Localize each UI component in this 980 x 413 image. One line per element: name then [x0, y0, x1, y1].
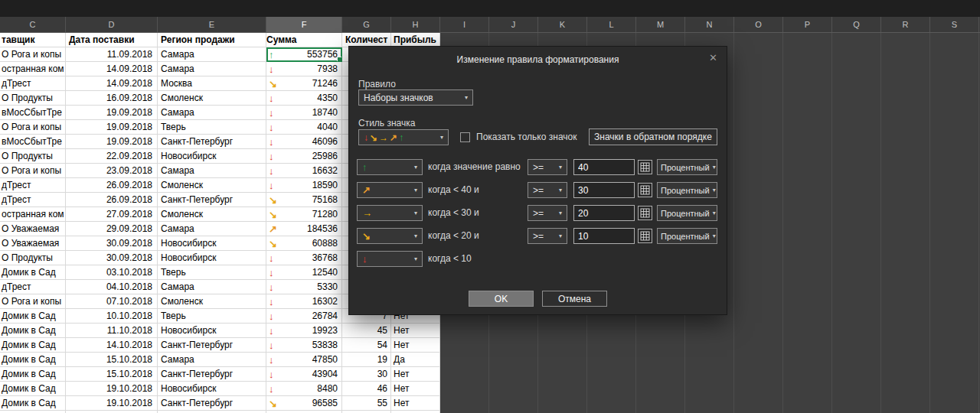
cell-sum[interactable]: ↓16632 [266, 164, 342, 178]
cell-region[interactable]: Самара [158, 164, 266, 178]
cell-date[interactable]: 19.09.2018 [66, 106, 158, 120]
cell-profit[interactable]: Нет [391, 367, 440, 382]
cell-supplier[interactable]: Домик в Сад [0, 367, 66, 382]
column-header-P[interactable]: P [783, 17, 832, 32]
cell-region[interactable]: Новосибирск [158, 236, 266, 251]
operator-select[interactable]: >=▾ [528, 159, 567, 175]
cell-region[interactable]: Смоленск [158, 91, 266, 106]
cell-date[interactable]: 14.10.2018 [66, 338, 158, 353]
cell-region[interactable]: Самара [158, 353, 266, 367]
header-region[interactable]: Регион продажи [158, 33, 266, 47]
cell-region[interactable]: Санкт-Петербург [158, 367, 266, 382]
cell-qty[interactable]: 45 [342, 324, 391, 338]
column-header-Q[interactable]: Q [832, 17, 881, 32]
cell-supplier[interactable]: Домик в Сад [0, 382, 66, 396]
range-picker-button[interactable] [638, 206, 652, 220]
column-header-F[interactable]: F [266, 17, 342, 32]
cell-supplier[interactable]: Домик в Сад [0, 338, 66, 353]
cell-date[interactable]: 10.10.2018 [66, 309, 158, 324]
cell-sum[interactable]: ↘71280 [266, 207, 342, 222]
operator-select[interactable]: >=▾ [528, 205, 567, 221]
cell-region[interactable]: Самара [158, 62, 266, 76]
cell-region[interactable]: Санкт-Петербург [158, 135, 266, 149]
cell-date[interactable]: 26.09.2018 [66, 193, 158, 207]
cell-date[interactable]: 29.09.2018 [66, 222, 158, 236]
threshold-input[interactable] [573, 159, 635, 175]
cell-supplier[interactable]: О Рога и копы [0, 120, 66, 135]
icon-style-select[interactable]: ↓↘→↗↑ ▾ [358, 129, 449, 145]
header-date[interactable]: Дата поставки [66, 33, 158, 47]
cell-supplier[interactable]: дТрест [0, 280, 66, 294]
cell-date[interactable]: 03.10.2018 [66, 265, 158, 280]
cell-supplier[interactable]: О Продукты [0, 149, 66, 164]
range-picker-button[interactable] [638, 160, 652, 174]
cell-sum[interactable]: ↓36768 [266, 251, 342, 265]
cell-supplier[interactable]: вМосСбытТре [0, 106, 66, 120]
cell-region[interactable]: Новосибирск [158, 324, 266, 338]
rule-type-select[interactable]: Наборы значков ▾ [358, 89, 473, 106]
cell-sum[interactable]: ↓18590 [266, 178, 342, 193]
column-header-I[interactable]: I [440, 17, 489, 32]
unit-select[interactable]: Процентный▾ [657, 182, 717, 198]
threshold-input[interactable] [573, 205, 635, 221]
unit-select[interactable]: Процентный▾ [657, 205, 717, 221]
cell-date[interactable]: 07.10.2018 [66, 294, 158, 309]
cell-sum[interactable]: ↓47850 [266, 353, 342, 367]
range-picker-button[interactable] [638, 229, 652, 243]
cell-region[interactable]: Тверь [158, 120, 266, 135]
checkbox-box-icon[interactable] [460, 132, 470, 142]
cell-supplier[interactable]: Домик в Сад [0, 324, 66, 338]
unit-select[interactable]: Процентный▾ [657, 228, 717, 244]
cell-sum[interactable]: ↓43904 [266, 367, 342, 382]
cell-profit[interactable]: Нет [391, 382, 440, 396]
cell-qty[interactable]: 19 [342, 353, 391, 367]
column-header-D[interactable]: D [66, 17, 158, 32]
condition-icon-select[interactable]: ↘▾ [357, 228, 423, 244]
cell-sum[interactable]: ↓16302 [266, 294, 342, 309]
cell-sum[interactable]: ↘71246 [266, 76, 342, 91]
threshold-input[interactable] [573, 228, 635, 244]
column-header-K[interactable]: K [538, 17, 587, 32]
cell-supplier[interactable]: дТрест [0, 178, 66, 193]
cell-date[interactable]: 16.09.2018 [66, 91, 158, 106]
cell-sum[interactable]: ↓26784 [266, 309, 342, 324]
cell-date[interactable]: 11.09.2018 [66, 47, 158, 62]
operator-select[interactable]: >=▾ [528, 182, 567, 198]
cell-supplier[interactable]: остранная ком [0, 62, 66, 76]
cell-supplier[interactable]: О Уважаемая [0, 236, 66, 251]
cell-sum[interactable]: ↘75168 [266, 193, 342, 207]
column-header-R[interactable]: R [881, 17, 930, 32]
column-header-S[interactable]: S [930, 17, 979, 32]
column-header-J[interactable]: J [489, 17, 538, 32]
column-header-G[interactable]: G [342, 17, 391, 32]
cell-date[interactable]: 14.09.2018 [66, 62, 158, 76]
cell-sum[interactable]: ↓8480 [266, 382, 342, 396]
condition-icon-select[interactable]: ↗▾ [357, 182, 423, 198]
cell-profit[interactable]: Нет [391, 324, 440, 338]
cell-sum[interactable]: ↓4350 [266, 91, 342, 106]
cell-sum[interactable]: ↓5330 [266, 280, 342, 294]
show-icon-only-checkbox[interactable]: Показать только значок [460, 132, 577, 142]
cell-sum-selected[interactable]: ↑553756 [266, 47, 342, 62]
threshold-input[interactable] [573, 182, 635, 198]
cell-region[interactable]: Санкт-Петербург [158, 338, 266, 353]
cell-profit[interactable]: Да [391, 353, 440, 367]
cell-qty[interactable]: 55 [342, 396, 391, 411]
cell-supplier[interactable]: дТрест [0, 193, 66, 207]
cell-date[interactable]: 11.10.2018 [66, 324, 158, 338]
cell-region[interactable]: Тверь [158, 265, 266, 280]
cell-supplier[interactable]: дТрест [0, 76, 66, 91]
column-header-H[interactable]: H [391, 17, 440, 32]
cell-supplier[interactable]: Домик в Сад [0, 265, 66, 280]
unit-select[interactable]: Процентный▾ [657, 159, 717, 175]
cell-date[interactable]: 04.10.2018 [66, 280, 158, 294]
cell-region[interactable]: Смоленск [158, 294, 266, 309]
column-header-M[interactable]: M [636, 17, 685, 32]
cell-sum[interactable]: ↗184536 [266, 222, 342, 236]
cell-region[interactable]: Новосибирск [158, 382, 266, 396]
header-supplier[interactable]: тавщик [0, 33, 66, 47]
cell-region[interactable]: Санкт-Петербург [158, 193, 266, 207]
cell-date[interactable]: 14.09.2018 [66, 76, 158, 91]
cell-sum[interactable]: ↓19923 [266, 324, 342, 338]
cell-supplier[interactable]: О Рога и копы [0, 164, 66, 178]
